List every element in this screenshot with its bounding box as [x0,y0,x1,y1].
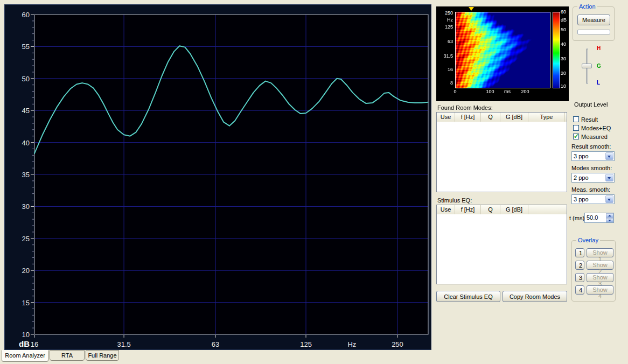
column-header-filler [528,205,567,214]
smooth-label-result-smooth: Result smooth: [571,143,615,150]
checkbox-result[interactable] [573,116,579,122]
copy-room-modes-button[interactable]: Copy Room Modes [503,291,567,302]
spectro-time-tick: 100 [484,89,497,94]
show-4-button[interactable]: Show 4 [587,285,613,295]
svg-text:35: 35 [22,171,30,179]
column-header-use[interactable]: Use [437,113,455,122]
spectro-freq-tick: 125 [438,24,453,30]
checkbox-label-result: Result [581,116,598,123]
action-group-title: Action [577,3,597,10]
smoothing-controls: Result smooth:3 ppoModes smooth:2 ppoMea… [571,143,615,208]
svg-text:60: 60 [22,11,30,19]
colorbar-tick: 20 [561,71,568,76]
option-modes-eq[interactable]: Modes+EQ [573,124,627,131]
column-header-use[interactable]: Use [437,205,455,214]
display-options: ResultModes+EQMeasured [573,116,627,142]
spectrogram-cursor-marker-icon[interactable] [469,7,474,11]
svg-text:Hz: Hz [347,340,356,348]
spectro-time-tick: 0 [449,89,462,94]
column-header-filler [565,113,567,122]
stimulus-eq-title: Stimulus EQ: [437,197,472,204]
svg-text:20: 20 [22,267,30,275]
show-2-button[interactable]: Show 2 [587,261,613,270]
measure-button[interactable]: Measure [577,15,610,25]
colorbar-tick: 30 [561,56,568,61]
smooth-label-modes-smooth: Modes smooth: [571,165,615,172]
stimulus-eq-header: Usef [Hz]QG [dB] [437,205,567,215]
select-result-smooth[interactable]: 3 ppo [571,151,615,161]
show-3-button[interactable]: Show 3 [587,273,613,282]
column-header-q[interactable]: Q [481,113,500,122]
overlay-4-button[interactable]: 4 [575,285,584,295]
svg-text:40: 40 [22,139,30,147]
spinner-down-icon[interactable] [606,218,613,223]
column-header-g-db[interactable]: G [dB] [500,113,528,122]
svg-text:31.5: 31.5 [117,340,130,348]
selected-value: 3 ppo [574,152,589,160]
spectro-freq-tick: 250 [438,10,453,16]
found-room-modes-body[interactable] [437,122,567,192]
found-room-modes-title: Found Room Modes: [437,104,493,111]
colorbar-tick: dB [561,17,568,23]
t-ms-spinner[interactable]: 50.0 [584,213,614,223]
clear-stimulus-eq-button[interactable]: Clear Stimulus EQ [436,291,500,302]
column-header-g-db[interactable]: G [dB] [500,205,528,214]
svg-text:45: 45 [22,107,30,115]
column-header-f-hz[interactable]: f [Hz] [455,113,481,122]
checkbox-label-modes-eq: Modes+EQ [581,125,611,131]
room-analyzer-window: 10152025303540455055601631.563125250HzdB… [0,0,628,364]
tab-room-analyzer[interactable]: Room Analyzer [2,350,48,362]
option-measured[interactable]: Measured [573,133,627,140]
column-header-f-hz[interactable]: f [Hz] [455,205,481,214]
overlay-3-button[interactable]: 3 [575,273,584,282]
spectro-time-tick: ms [501,89,514,94]
dropdown-arrow-icon[interactable] [605,174,613,181]
spectro-time-tick: 200 [519,89,532,94]
response-curve-plot[interactable]: 10152025303540455055601631.563125250HzdB [5,5,432,351]
selected-value: 3 ppo [574,195,589,204]
column-header-type[interactable]: Type [528,113,565,122]
select-meas-smooth[interactable]: 3 ppo [571,194,615,204]
svg-text:10: 10 [22,331,30,339]
overlay-1-button[interactable]: 1 [575,248,584,257]
found-room-modes-header: Usef [Hz]QG [dB]Type [437,113,567,122]
select-modes-smooth[interactable]: 2 ppo [571,173,615,183]
overlay-group-title: Overlay [576,237,600,243]
overlay-2-button[interactable]: 2 [575,261,584,270]
selected-value: 2 ppo [574,174,589,182]
show-1-button[interactable]: Show 1 [587,248,613,257]
svg-text:50: 50 [22,75,30,83]
colorbar-tick: 60 [561,9,568,15]
spectrogram-image[interactable] [455,12,550,88]
tab-rta[interactable]: RTA [50,350,85,361]
slider-thumb[interactable] [582,64,592,68]
colorbar [553,12,560,88]
smooth-label-meas-smooth: Meas. smooth: [571,186,615,193]
colorbar-tick: 10 [561,83,568,89]
checkbox-modes-eq[interactable] [573,125,579,131]
colorbar-tick: 50 [561,27,568,32]
dropdown-arrow-icon[interactable] [605,195,613,203]
stimulus-eq-body[interactable] [437,214,567,284]
spinner-arrows[interactable] [606,213,613,222]
colorbar-tick: 40 [561,41,568,47]
svg-text:30: 30 [22,202,30,211]
dropdown-arrow-icon[interactable] [605,152,613,160]
spectro-freq-tick: 31.5 [438,53,453,59]
measure-progressbar [577,30,610,34]
option-result[interactable]: Result [573,116,627,123]
checkbox-label-measured: Measured [581,134,608,140]
t-ms-value[interactable]: 50.0 [585,213,606,222]
slider-mark-high: H [597,45,601,51]
column-header-q[interactable]: Q [481,205,500,214]
tab-full-range[interactable]: Full Range [86,350,119,361]
svg-text:dB: dB [19,339,30,348]
slider-mark-mid: G [597,63,601,69]
checkbox-measured[interactable] [573,134,579,139]
output-level-slider: H G L [577,45,615,99]
found-room-modes-table: Usef [Hz]QG [dB]Type [436,112,567,192]
spinner-up-icon[interactable] [606,213,613,218]
svg-text:63: 63 [212,340,219,348]
overlay-group: Overlay 1Show 12Show 23Show 34Show 4 [571,240,616,302]
stimulus-eq-table: Usef [Hz]QG [dB] [436,205,567,284]
